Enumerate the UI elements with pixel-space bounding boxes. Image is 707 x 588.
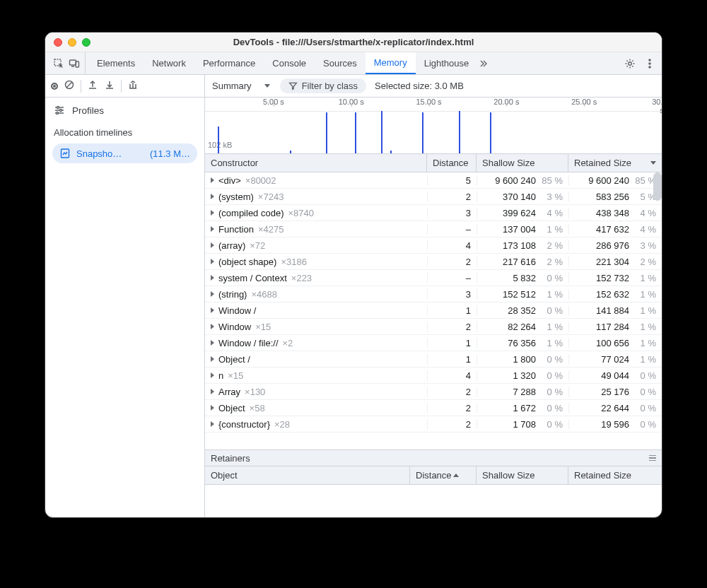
table-row[interactable]: (compiled code) ×87403399 6244 %438 3484… [205, 205, 662, 221]
table-row[interactable]: <div> ×8000259 600 24085 %9 600 24085 % [205, 172, 662, 189]
retainers-col-retained[interactable]: Retained Size [568, 466, 662, 484]
view-select[interactable]: Summary [212, 81, 271, 91]
table-row[interactable]: Window / file:// ×2176 3561 %100 6561 % [205, 335, 662, 351]
maximize-window-button[interactable] [82, 38, 90, 47]
table-row[interactable]: Object /11 8000 %77 0241 % [205, 351, 662, 368]
table-row[interactable]: Object ×5821 6720 %22 6440 % [205, 400, 662, 416]
allocation-bar[interactable] [218, 127, 219, 153]
clear-button[interactable] [64, 79, 75, 93]
table-row[interactable]: (string) ×46883152 5121 %152 6321 % [205, 286, 662, 302]
close-window-button[interactable] [54, 38, 62, 47]
retained-size-cell: 25 1760 % [568, 387, 662, 397]
expand-triangle-icon[interactable] [211, 291, 214, 297]
sort-desc-icon [650, 161, 656, 165]
allocation-bar[interactable] [381, 111, 382, 153]
expand-triangle-icon[interactable] [211, 194, 214, 199]
table-row[interactable]: (object shape) ×31862217 6162 %221 3042 … [205, 254, 662, 270]
allocation-bar[interactable] [326, 112, 327, 153]
tab-memory[interactable]: Memory [366, 52, 416, 74]
profiles-toolbar [45, 75, 204, 98]
col-constructor[interactable]: Constructor [205, 154, 427, 172]
retained-size-cell: 583 2565 % [568, 192, 662, 202]
expand-triangle-icon[interactable] [211, 275, 214, 281]
tab-network[interactable]: Network [144, 52, 194, 74]
expand-triangle-icon[interactable] [211, 389, 214, 394]
minimize-window-button[interactable] [68, 38, 76, 47]
tab-elements[interactable]: Elements [88, 52, 144, 74]
allocation-timeline[interactable]: 5.00 s10.00 s15.00 s20.00 s25.00 s30.00 … [205, 98, 662, 154]
table-row[interactable]: (array) ×724173 1082 %286 9763 % [205, 237, 662, 254]
retainers-col-object[interactable]: Object [205, 466, 410, 484]
titlebar: DevTools - file:///Users/stmarthe/x-repl… [45, 33, 662, 52]
table-row[interactable]: Array ×13027 2880 %25 1760 % [205, 384, 662, 400]
tab-console[interactable]: Console [264, 52, 315, 74]
snapshot-name: Snapsho… [76, 148, 122, 159]
retainers-col-distance[interactable]: Distance [410, 466, 477, 484]
tab-performance[interactable]: Performance [194, 52, 264, 74]
table-row[interactable]: n ×1541 3200 %49 0440 % [205, 368, 662, 384]
profiles-label: Profiles [72, 105, 104, 116]
col-shallow-size[interactable]: Shallow Size [477, 154, 568, 172]
shallow-size-cell: 76 3561 % [477, 338, 568, 348]
constructor-name: {constructor} [218, 419, 270, 430]
expand-triangle-icon[interactable] [211, 210, 214, 216]
table-row[interactable]: Function ×4275–137 0041 %417 6324 % [205, 221, 662, 237]
expand-triangle-icon[interactable] [211, 372, 214, 378]
scrollbar-thumb[interactable] [653, 172, 662, 201]
shallow-size-cell: 217 6162 % [477, 257, 568, 267]
device-toolbar-icon[interactable] [68, 57, 81, 70]
expand-triangle-icon[interactable] [211, 356, 214, 362]
expand-triangle-icon[interactable] [211, 242, 214, 248]
retainers-header[interactable]: Retainers [205, 449, 662, 466]
expand-triangle-icon[interactable] [211, 259, 214, 264]
more-tabs-icon[interactable] [477, 57, 490, 70]
constructors-table-area: Constructor Distance Shallow Size Retain… [205, 154, 662, 517]
expand-triangle-icon[interactable] [211, 226, 214, 232]
col-distance[interactable]: Distance [427, 154, 477, 172]
allocation-bar[interactable] [290, 151, 291, 153]
constructor-name: (compiled code) [218, 208, 284, 218]
retainers-menu-icon[interactable] [649, 455, 656, 461]
timeline-tick: 15.00 s [416, 98, 441, 106]
shallow-size-cell: 152 5121 % [477, 289, 568, 300]
retained-size-cell: 417 6324 % [568, 224, 662, 235]
distance-cell: 2 [427, 387, 477, 397]
filter-icon [288, 81, 298, 90]
download-icon[interactable] [104, 79, 115, 93]
retainers-col-shallow[interactable]: Shallow Size [477, 466, 568, 484]
snapshot-item[interactable]: Snapsho… (11.3 M… [52, 143, 197, 163]
retained-size-cell: 77 0241 % [568, 354, 662, 365]
record-button[interactable] [51, 83, 58, 90]
col-retained-size[interactable]: Retained Size [568, 154, 662, 172]
table-row[interactable]: Window /128 3520 %141 8841 % [205, 302, 662, 319]
table-row[interactable]: {constructor} ×2821 7080 %19 5960 % [205, 416, 662, 433]
settings-gear-icon[interactable] [624, 57, 636, 70]
allocation-bar[interactable] [390, 151, 392, 153]
profiles-header[interactable]: Profiles [45, 98, 204, 123]
table-row[interactable]: Window ×15282 2641 %117 2841 % [205, 319, 662, 335]
expand-triangle-icon[interactable] [211, 307, 214, 313]
allocation-bar[interactable] [459, 111, 460, 153]
expand-triangle-icon[interactable] [211, 405, 214, 411]
allocation-bar[interactable] [355, 112, 356, 153]
class-filter-input[interactable]: Filter by class [280, 78, 366, 93]
timeline-y-label: 102 kB [208, 141, 232, 149]
retainers-title: Retainers [211, 453, 250, 464]
garbage-collect-icon[interactable] [127, 79, 139, 93]
kebab-menu-icon[interactable] [643, 57, 656, 70]
distance-cell: 5 [427, 175, 477, 186]
expand-triangle-icon[interactable] [211, 421, 214, 427]
allocation-bar[interactable] [490, 112, 491, 153]
expand-triangle-icon[interactable] [211, 340, 214, 346]
table-row[interactable]: system / Context ×223–5 8320 %152 7321 % [205, 270, 662, 286]
tab-lighthouse[interactable]: Lighthouse [416, 52, 478, 74]
allocation-bar[interactable] [422, 112, 423, 153]
constructor-name: Array [218, 387, 240, 397]
expand-triangle-icon[interactable] [211, 324, 214, 329]
main-toolbar: ElementsNetworkPerformanceConsoleSources… [45, 52, 662, 75]
expand-triangle-icon[interactable] [211, 177, 214, 183]
inspect-element-icon[interactable] [52, 57, 65, 70]
table-row[interactable]: (system) ×72432370 1403 %583 2565 % [205, 189, 662, 205]
tab-sources[interactable]: Sources [315, 52, 366, 74]
upload-icon[interactable] [87, 79, 98, 93]
